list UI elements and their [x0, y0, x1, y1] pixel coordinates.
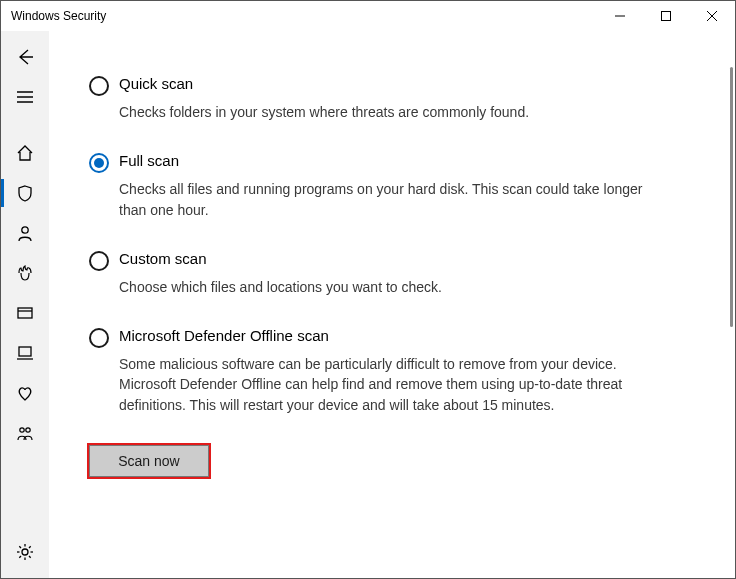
firewall-icon	[16, 264, 34, 282]
back-icon	[16, 48, 34, 66]
close-icon	[707, 11, 717, 21]
option-title: Full scan	[119, 152, 655, 169]
sidebar-item-settings[interactable]	[1, 532, 49, 572]
back-button[interactable]	[1, 37, 49, 77]
svg-line-20	[29, 556, 31, 558]
option-quick-scan[interactable]: Quick scan Checks folders in your system…	[89, 75, 695, 122]
svg-rect-1	[662, 12, 671, 21]
menu-button[interactable]	[1, 77, 49, 117]
settings-icon	[16, 543, 34, 561]
device-icon	[16, 344, 34, 362]
radio-quick-scan[interactable]	[89, 76, 109, 96]
option-desc: Checks all files and running programs on…	[119, 179, 655, 220]
scrollbar-thumb[interactable]	[730, 67, 733, 327]
content-area: Quick scan Checks folders in your system…	[49, 31, 735, 578]
option-custom-scan[interactable]: Custom scan Choose which files and locat…	[89, 250, 695, 297]
home-icon	[16, 144, 34, 162]
sidebar-item-account[interactable]	[1, 213, 49, 253]
svg-point-14	[22, 549, 28, 555]
shield-icon	[16, 184, 34, 202]
radio-custom-scan[interactable]	[89, 251, 109, 271]
option-desc: Choose which files and locations you wan…	[119, 277, 655, 297]
option-title: Custom scan	[119, 250, 655, 267]
menu-icon	[16, 88, 34, 106]
svg-point-12	[20, 428, 24, 432]
app-browser-icon	[16, 304, 34, 322]
minimize-icon	[615, 11, 625, 21]
option-full-scan[interactable]: Full scan Checks all files and running p…	[89, 152, 695, 220]
option-defender-offline[interactable]: Microsoft Defender Offline scan Some mal…	[89, 327, 695, 415]
close-button[interactable]	[689, 1, 735, 31]
heart-icon	[16, 384, 34, 402]
option-title: Quick scan	[119, 75, 655, 92]
option-desc: Checks folders in your system where thre…	[119, 102, 655, 122]
maximize-icon	[661, 11, 671, 21]
titlebar: Windows Security	[1, 1, 735, 31]
option-title: Microsoft Defender Offline scan	[119, 327, 655, 344]
window-title: Windows Security	[11, 9, 106, 23]
sidebar-item-device[interactable]	[1, 333, 49, 373]
sidebar	[1, 31, 49, 578]
svg-point-13	[26, 428, 30, 432]
svg-line-22	[19, 556, 21, 558]
title-controls	[597, 1, 735, 31]
window: Windows Security	[0, 0, 736, 579]
svg-rect-8	[18, 308, 32, 318]
family-icon	[16, 424, 34, 442]
radio-defender-offline[interactable]	[89, 328, 109, 348]
scrollbar[interactable]	[730, 67, 733, 427]
sidebar-item-app-browser[interactable]	[1, 293, 49, 333]
account-icon	[16, 224, 34, 242]
svg-line-19	[19, 546, 21, 548]
sidebar-item-virus[interactable]	[1, 173, 49, 213]
sidebar-item-firewall[interactable]	[1, 253, 49, 293]
svg-point-7	[22, 227, 28, 233]
radio-full-scan[interactable]	[89, 153, 109, 173]
sidebar-item-home[interactable]	[1, 133, 49, 173]
sidebar-item-performance[interactable]	[1, 373, 49, 413]
body: Quick scan Checks folders in your system…	[1, 31, 735, 578]
maximize-button[interactable]	[643, 1, 689, 31]
svg-rect-10	[19, 347, 31, 356]
svg-line-21	[29, 546, 31, 548]
minimize-button[interactable]	[597, 1, 643, 31]
option-desc: Some malicious software can be particula…	[119, 354, 655, 415]
sidebar-item-family[interactable]	[1, 413, 49, 453]
scan-now-button[interactable]: Scan now	[89, 445, 209, 477]
